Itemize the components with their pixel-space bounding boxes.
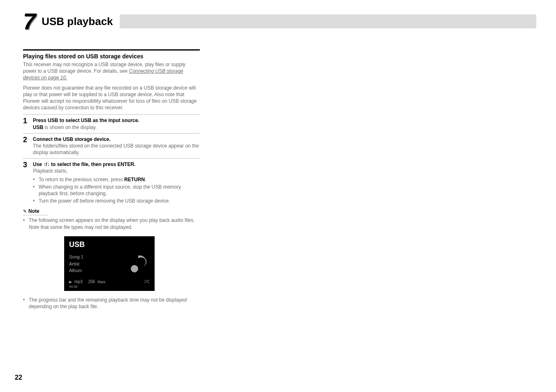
- bullet-dot-icon: •: [33, 184, 36, 197]
- bullet-dot-icon: •: [33, 176, 36, 183]
- step-title-pre: Use: [33, 161, 43, 167]
- step-subtext: The folders/files stored on the connecte…: [33, 143, 200, 156]
- note-header: ✎ Note: [23, 208, 48, 215]
- step-title: Use ↑/↓ to select the file, then press E…: [33, 161, 200, 168]
- page-number: 22: [15, 374, 22, 381]
- section-title: Playing files stored on USB storage devi…: [23, 53, 200, 60]
- note-bullet-1: • The following screen appears on the di…: [23, 217, 200, 230]
- bullet-item: • To return to the previous screen, pres…: [33, 176, 200, 183]
- play-icon: ▶: [69, 280, 72, 284]
- section-rule: [23, 49, 200, 51]
- step-number: 1: [23, 117, 29, 130]
- step-number: 3: [23, 161, 29, 204]
- display-song: Song 1: [69, 254, 83, 261]
- content-column: Playing files stored on USB storage devi…: [23, 49, 200, 310]
- display-time: 44:38: [69, 285, 150, 288]
- intro-paragraph-2: Pioneer does not guarantee that any file…: [23, 85, 200, 111]
- arrow-up-down-icon: ↑/↓: [43, 161, 49, 167]
- chapter-header: 7 USB playback: [23, 10, 536, 33]
- chapter-title: USB playback: [42, 15, 113, 28]
- step-3: 3 Use ↑/↓ to select the file, then press…: [23, 158, 200, 204]
- step-subtext: USB is shown on the display.: [33, 124, 200, 131]
- note-text: The following screen appears on the disp…: [29, 217, 200, 230]
- step-number: 2: [23, 136, 29, 156]
- step-1: 1 Press USB to select USB as the input s…: [23, 114, 200, 130]
- note-text: The progress bar and the remaining playb…: [29, 297, 200, 310]
- intro-link-suffix[interactable]: on page 10.: [40, 75, 67, 81]
- step-title: Press USB to select USB as the input sou…: [33, 117, 200, 124]
- note-bullet-2: • The progress bar and the remaining pla…: [23, 297, 200, 310]
- bullet-item: • Turn the power off before removing the…: [33, 198, 200, 204]
- display-album: Album: [69, 267, 83, 274]
- note-label: Note: [28, 208, 39, 214]
- step-subtext: Playback starts.: [33, 168, 200, 174]
- step-2: 2 Connect the USB storage device. The fo…: [23, 133, 200, 156]
- music-note-icon: [130, 252, 150, 275]
- step-title: Connect the USB storage device.: [33, 136, 200, 143]
- shuffle-icon: [144, 279, 150, 284]
- bullet-dot-icon: •: [23, 217, 26, 230]
- display-bitrate: 256: [88, 279, 95, 284]
- display-header: USB: [69, 240, 150, 249]
- display-format: mp3: [74, 279, 82, 284]
- chapter-title-bar: [120, 14, 536, 28]
- bullet-text: When changing to a different input sourc…: [39, 184, 200, 197]
- note-icon: ✎: [23, 209, 27, 214]
- display-bitrate-unit: kbps: [97, 280, 105, 284]
- intro-paragraph-1: This receiver may not recognize a USB st…: [23, 61, 200, 81]
- step-bullets: • To return to the previous screen, pres…: [33, 176, 200, 205]
- usb-display-screenshot: USB Song 1 Artist Album ▶ mp3 256 kbps: [64, 236, 155, 291]
- chapter-number: 7: [23, 10, 35, 33]
- step-title-post: to select the file, then press ENTER.: [50, 161, 136, 167]
- bullet-text-post: .: [145, 177, 146, 182]
- bullet-text: To return to the previous screen, press: [39, 177, 124, 182]
- bullet-item: • When changing to a different input sou…: [33, 184, 200, 197]
- bullet-bold: RETURN: [124, 177, 145, 182]
- bullet-text: Turn the power off before removing the U…: [39, 198, 170, 204]
- display-artist: Artist: [69, 261, 83, 267]
- bullet-dot-icon: •: [33, 198, 36, 204]
- bullet-dot-icon: •: [23, 297, 26, 310]
